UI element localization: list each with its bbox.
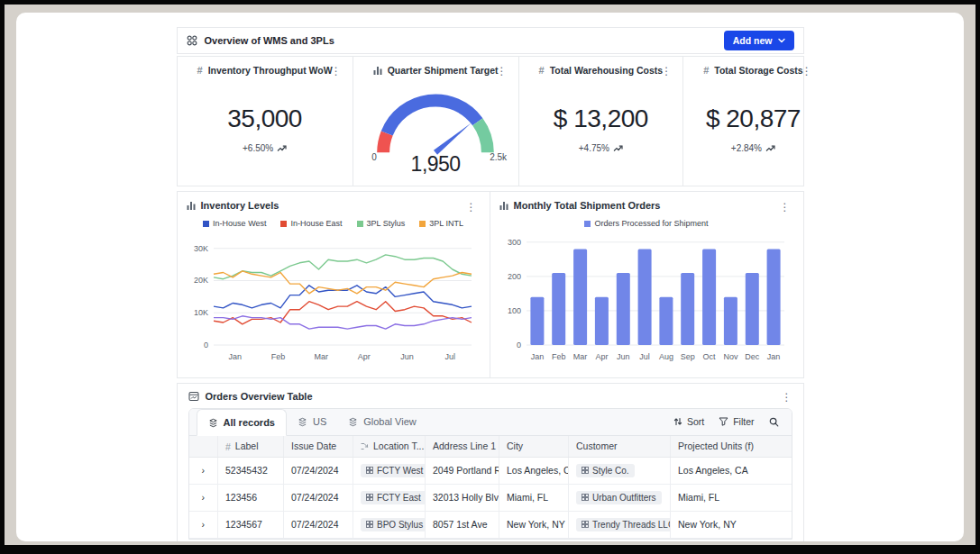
cell-label[interactable]: 123456 xyxy=(218,484,284,511)
add-new-button[interactable]: Add new xyxy=(724,31,794,50)
cell-customer[interactable]: Urban Outfitters xyxy=(569,484,671,511)
cell-issue-date[interactable]: 07/24/2024 xyxy=(284,457,353,484)
cell-projected-units[interactable]: Los Angeles, CA xyxy=(671,457,792,484)
cell-location[interactable]: FCTY West xyxy=(353,457,426,484)
x-axis-tick: Mar xyxy=(314,352,328,361)
line-series xyxy=(214,255,472,279)
table-row[interactable]: ›5234543207/24/2024FCTY West2049 Portlan… xyxy=(189,457,792,484)
kpi-title: Quarter Shipment Target xyxy=(388,65,499,76)
grid-icon xyxy=(582,521,589,528)
cell-location[interactable]: BPO Stylus xyxy=(353,511,426,538)
trend-up-icon xyxy=(613,145,623,152)
cell-issue-date[interactable]: 07/24/2024 xyxy=(284,511,353,538)
kpi-delta: +6.50% xyxy=(187,143,343,153)
chart-title: Monthly Total Shipment Orders xyxy=(514,200,661,211)
line-series xyxy=(214,316,472,329)
x-axis-tick: Feb xyxy=(552,352,566,361)
layers-icon xyxy=(208,418,218,428)
x-axis-tick: Aug xyxy=(658,352,673,361)
chevron-down-icon xyxy=(778,38,785,43)
x-axis-tick: Nov xyxy=(723,352,738,361)
cell-address-line-1[interactable]: 32013 Holly Blvd. xyxy=(426,484,499,511)
record-chip[interactable]: BPO Stylus xyxy=(361,518,426,531)
sort-button[interactable]: Sort xyxy=(673,416,704,427)
line-chart-legend: In-House WestIn-House East3PL Stylus3PL … xyxy=(187,219,481,228)
tab-label: All records xyxy=(224,417,275,428)
bar xyxy=(573,249,587,345)
kebab-menu-icon[interactable]: ⋮ xyxy=(493,63,511,79)
y-axis-tick: 300 xyxy=(507,238,520,247)
tab-global-view[interactable]: Global View xyxy=(337,408,427,435)
dashboard-header: Overview of WMS and 3PLs Add new xyxy=(177,27,804,54)
record-chip[interactable]: Urban Outfitters xyxy=(576,491,662,504)
x-axis-tick: Dec xyxy=(745,352,760,361)
kpi-title: Total Storage Costs xyxy=(714,65,802,76)
grid-icon xyxy=(366,494,373,501)
tab-us[interactable]: US xyxy=(287,408,337,435)
row-expand-button[interactable]: › xyxy=(189,457,218,484)
record-chip[interactable]: FCTY West xyxy=(361,464,426,477)
search-icon[interactable] xyxy=(769,417,779,427)
add-new-label: Add new xyxy=(733,35,773,46)
tab-all-records[interactable]: All records xyxy=(197,409,287,436)
bar xyxy=(616,273,629,345)
cell-customer[interactable]: Trendy Threads LLC xyxy=(569,511,671,538)
legend-swatch xyxy=(357,221,363,227)
x-axis-tick: Jan xyxy=(228,352,242,361)
kebab-menu-icon[interactable]: ⋮ xyxy=(657,63,675,79)
bar-chart-legend: Orders Processed for Shipment xyxy=(499,219,794,228)
cell-customer[interactable]: Style Co. xyxy=(569,457,671,484)
record-chip[interactable]: FCTY East xyxy=(361,491,426,504)
column-header[interactable]: #Label xyxy=(218,436,284,457)
kebab-menu-icon[interactable]: ⋮ xyxy=(778,389,796,405)
record-chip[interactable]: Trendy Threads LLC xyxy=(576,518,671,531)
link-icon xyxy=(361,442,369,450)
grid-icon xyxy=(366,521,373,528)
y-axis-tick: 200 xyxy=(507,272,520,281)
kebab-menu-icon[interactable]: ⋮ xyxy=(327,63,345,79)
column-header[interactable]: Location T... xyxy=(353,436,426,457)
cell-address-line-1[interactable]: 2049 Portland Rd. xyxy=(426,457,499,484)
row-expand-button[interactable]: › xyxy=(189,511,218,538)
column-header[interactable]: Address Line 1 xyxy=(426,436,499,457)
x-axis-tick: Sep xyxy=(680,352,694,361)
cell-issue-date[interactable]: 07/24/2024 xyxy=(284,484,353,511)
bar xyxy=(702,249,716,345)
cell-city[interactable]: New York, NY xyxy=(499,511,569,538)
bar xyxy=(659,297,673,345)
cell-label[interactable]: 1234567 xyxy=(218,511,284,538)
legend-swatch xyxy=(584,221,591,227)
records-panel: All recordsUSGlobal View Sort xyxy=(188,408,792,540)
sort-arrows-icon xyxy=(673,417,682,426)
column-header[interactable]: City xyxy=(499,436,569,457)
grid-icon xyxy=(366,467,373,474)
column-header[interactable]: Issue Date xyxy=(284,436,353,457)
kpi-delta: +4.75% xyxy=(528,143,674,153)
kebab-menu-icon[interactable]: ⋮ xyxy=(798,63,816,79)
bar xyxy=(766,249,780,345)
filter-button[interactable]: Filter xyxy=(719,416,754,427)
row-expand-button[interactable]: › xyxy=(189,484,218,511)
cell-projected-units[interactable]: New York, NY xyxy=(671,511,792,538)
record-chip[interactable]: Style Co. xyxy=(576,464,635,477)
cell-city[interactable]: Los Angeles, CA xyxy=(499,457,569,484)
legend-item: In-House East xyxy=(280,219,342,228)
table-row[interactable]: ›12345607/24/2024FCTY East32013 Holly Bl… xyxy=(189,484,792,511)
charts-row: Inventory Levels ⋮ In-House WestIn-House… xyxy=(177,191,804,378)
cell-projected-units[interactable]: Miami, FL xyxy=(671,484,792,511)
table-row[interactable]: ›123456707/24/2024BPO Stylus8057 1st Ave… xyxy=(189,511,792,538)
x-axis-tick: Jan xyxy=(766,352,780,361)
cell-location[interactable]: FCTY East xyxy=(353,484,426,511)
column-header[interactable]: Projected Units (f) xyxy=(671,436,792,457)
cell-address-line-1[interactable]: 8057 1st Ave xyxy=(426,511,499,538)
cell-label[interactable]: 52345432 xyxy=(218,457,284,484)
bar-chart-icon xyxy=(499,201,508,210)
kebab-menu-icon[interactable]: ⋮ xyxy=(463,199,481,215)
x-axis-tick: Feb xyxy=(270,352,285,361)
table-header-row: #LabelIssue DateLocation T...Address Lin… xyxy=(189,436,792,457)
kebab-menu-icon[interactable]: ⋮ xyxy=(776,199,794,215)
column-header-label: Customer xyxy=(576,440,618,451)
column-header[interactable]: Customer xyxy=(569,436,671,457)
cell-city[interactable]: Miami, FL xyxy=(499,484,569,511)
layers-icon xyxy=(298,417,307,427)
